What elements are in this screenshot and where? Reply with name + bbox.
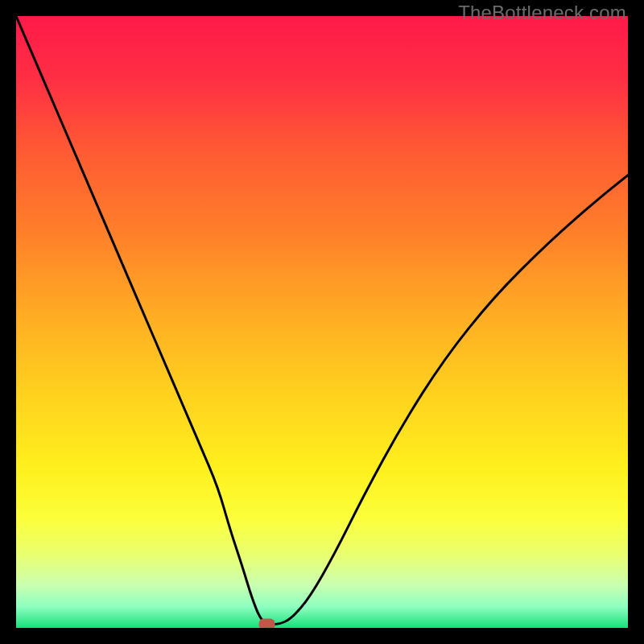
watermark-text: TheBottleneck.com — [458, 2, 626, 24]
bottleneck-chart — [16, 16, 628, 628]
optimal-point-marker — [259, 618, 275, 628]
chart-frame: TheBottleneck.com — [0, 0, 644, 644]
plot-area — [16, 16, 628, 628]
gradient-background — [16, 16, 628, 628]
